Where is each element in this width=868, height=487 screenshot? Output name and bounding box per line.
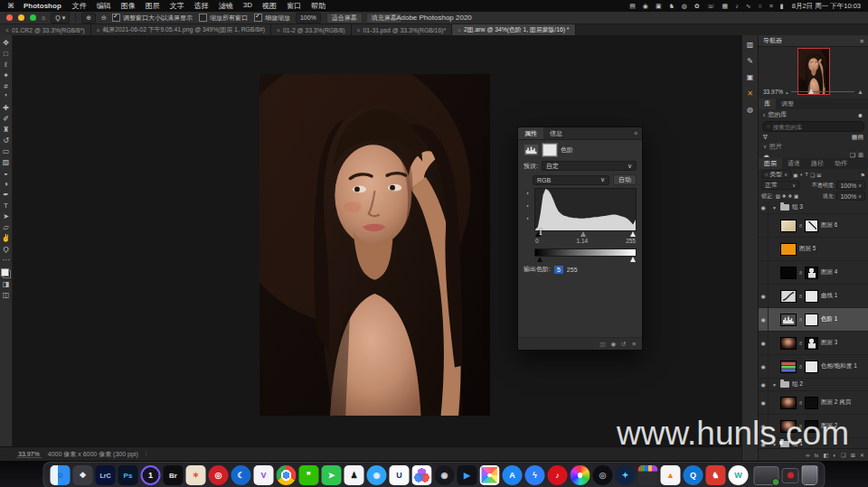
delete-layer-icon[interactable]: ✕ bbox=[860, 452, 864, 458]
display-icon[interactable]: ▤ bbox=[629, 3, 636, 10]
dock-netease-music[interactable]: ♪ bbox=[548, 465, 568, 485]
dock-w-app[interactable]: W bbox=[729, 465, 749, 485]
checkbox-icon[interactable] bbox=[112, 14, 120, 22]
layer-mask-thumbnail[interactable] bbox=[805, 337, 818, 350]
navigator-slider-thumb[interactable] bbox=[808, 89, 814, 94]
adjustment-icon-curves[interactable] bbox=[780, 290, 797, 303]
visibility-icon[interactable]: ◉ bbox=[610, 341, 616, 348]
menu-图像[interactable]: 图像 bbox=[121, 1, 136, 11]
adjustment-icon-levels[interactable] bbox=[780, 314, 797, 326]
collapsed-panel-close-icon[interactable]: ✕ bbox=[747, 89, 753, 98]
menu-滤镜[interactable]: 滤镜 bbox=[219, 1, 233, 11]
document-tab-1[interactable]: ×截屏2021-06-02 下午9.05.41.png @ 349%(图层 1,… bbox=[91, 24, 272, 35]
user-avatar-icon[interactable]: ☻ bbox=[857, 112, 863, 118]
dock-finder[interactable]: ☺ bbox=[51, 465, 71, 485]
dock-chrome[interactable] bbox=[277, 465, 297, 485]
dock-vlc[interactable]: ▲ bbox=[661, 465, 681, 485]
dock-baidu-netdisk[interactable]: ◉ bbox=[367, 465, 387, 485]
panel-menu-icon[interactable]: ≡ bbox=[860, 38, 863, 44]
layer-visibility-toggle[interactable] bbox=[759, 214, 769, 237]
dock-capture-one[interactable]: 1 bbox=[141, 465, 161, 485]
output-low-field[interactable]: 5 bbox=[554, 266, 563, 274]
dock-app-store[interactable]: A bbox=[503, 465, 523, 485]
input-source-icon[interactable]: ✿ bbox=[694, 3, 700, 10]
dock-lightning-app[interactable]: ϟ bbox=[525, 465, 545, 485]
layer-thumbnail[interactable] bbox=[780, 220, 797, 232]
history-brush-tool[interactable]: ↺ bbox=[3, 136, 9, 147]
volume-icon[interactable]: ♪ bbox=[735, 3, 739, 9]
shape-tool[interactable]: ▱ bbox=[3, 223, 8, 234]
eraser-tool[interactable]: ▭ bbox=[3, 147, 10, 158]
menu-帮助[interactable]: 帮助 bbox=[311, 1, 326, 11]
dock-wechat[interactable]: ❞ bbox=[299, 465, 319, 485]
blur-tool[interactable]: ◒ bbox=[4, 169, 8, 180]
layer-row-9[interactable]: ◉8图层 2 拷贝 bbox=[759, 391, 868, 415]
quick-mask-icon[interactable]: ◨ bbox=[3, 280, 10, 291]
collapsed-panel-columns-icon[interactable]: ▥ bbox=[747, 41, 754, 49]
menu-文件[interactable]: 文件 bbox=[72, 1, 87, 11]
healing-brush-tool[interactable]: ✚ bbox=[3, 104, 9, 115]
layer-mask-thumbnail[interactable] bbox=[805, 397, 818, 409]
windows-icon[interactable]: ▣ bbox=[656, 3, 662, 10]
pen-tool[interactable]: ✒ bbox=[3, 191, 9, 201]
battery-icon[interactable]: ▮ bbox=[780, 3, 784, 10]
panel-tab-路径[interactable]: 路径 bbox=[806, 158, 829, 169]
preset-select[interactable]: 自定 ∨ bbox=[542, 161, 637, 171]
library-name[interactable]: 您的库 bbox=[768, 110, 787, 119]
disclosure-triangle-icon[interactable]: ▼ bbox=[771, 382, 778, 388]
crop-tool[interactable]: # bbox=[4, 82, 7, 93]
phone-icon[interactable]: ☏ bbox=[707, 3, 715, 10]
output-black-slider[interactable] bbox=[537, 257, 542, 262]
output-high-field[interactable]: 255 bbox=[567, 267, 578, 273]
menu-编辑[interactable]: 编辑 bbox=[97, 1, 111, 11]
control-center-icon[interactable]: ≡ bbox=[769, 3, 773, 9]
mask-link-icon[interactable]: 8 bbox=[799, 317, 802, 323]
dock-minimized-window[interactable] bbox=[782, 468, 799, 483]
input-black-value[interactable]: 0 bbox=[535, 238, 539, 244]
reset-icon[interactable]: ↺ bbox=[621, 341, 626, 348]
layer-filter-icon-2[interactable]: T bbox=[805, 172, 808, 178]
dock-music-disc-app[interactable] bbox=[571, 465, 590, 485]
wifi-icon[interactable]: ∿ bbox=[746, 3, 751, 10]
layer-filter-icon-0[interactable]: ▣ bbox=[793, 172, 798, 178]
document-canvas-image[interactable] bbox=[259, 74, 490, 416]
dock-blue-moon-app[interactable]: ☾ bbox=[231, 465, 251, 485]
white-point-eyedropper[interactable]: ❜ bbox=[526, 217, 528, 224]
document-tab-4[interactable]: ×2图.arw @ 34%(色阶 1, 图层蒙版/16) * bbox=[452, 24, 575, 35]
dock-quicktime[interactable]: Q bbox=[684, 465, 703, 485]
blend-mode-select[interactable]: 正常 ∨ bbox=[761, 181, 799, 190]
quick-selection-tool[interactable]: ✦ bbox=[3, 71, 9, 82]
collapsed-panel-more-icon[interactable]: ◍ bbox=[747, 106, 753, 114]
mask-link-icon[interactable]: 8 bbox=[799, 400, 802, 406]
menu-图层[interactable]: 图层 bbox=[146, 1, 160, 11]
status-chevron-icon[interactable]: 〉 bbox=[145, 450, 151, 459]
add-mask-icon[interactable]: ◧ bbox=[823, 452, 828, 458]
menu-选择[interactable]: 选择 bbox=[194, 1, 209, 11]
panel-tab-动作[interactable]: 动作 bbox=[829, 158, 853, 169]
menu-文字[interactable]: 文字 bbox=[170, 1, 184, 11]
layer-row-7[interactable]: ◉8色相/饱和度 1 bbox=[759, 355, 868, 379]
panel-tab-属性[interactable]: 属性 bbox=[518, 127, 543, 139]
brush-tool[interactable]: ✐ bbox=[3, 115, 9, 126]
menu-窗口[interactable]: 窗口 bbox=[287, 1, 301, 11]
foreground-color-swatch[interactable] bbox=[1, 268, 9, 276]
lasso-tool[interactable]: ℓ bbox=[5, 61, 7, 71]
link-layers-icon[interactable]: ∞ bbox=[806, 452, 809, 458]
app-status-icon[interactable]: ♞ bbox=[669, 3, 675, 10]
eyedropper-tool[interactable]: ❜ bbox=[5, 93, 7, 104]
layer-visibility-toggle[interactable]: ◉ bbox=[759, 391, 769, 414]
dock-v-design-app[interactable]: V bbox=[254, 465, 274, 485]
fill-field[interactable]: 100% ∨ bbox=[836, 192, 865, 201]
layer-row-4[interactable]: ◉8曲线 1 bbox=[759, 285, 868, 308]
dock-lightroom-classic[interactable]: LrC bbox=[96, 465, 116, 485]
dock-launchpad[interactable]: ❖ bbox=[73, 465, 93, 485]
dock-green-arrow-app[interactable]: ➤ bbox=[322, 465, 342, 485]
layer-mask-thumbnail[interactable] bbox=[805, 314, 818, 326]
button-适合屏幕[interactable]: 适合屏幕 bbox=[326, 13, 363, 23]
layer-mask-thumbnail[interactable] bbox=[805, 290, 818, 303]
library-search-input[interactable] bbox=[773, 124, 845, 130]
checkbox-icon[interactable] bbox=[199, 14, 207, 22]
layer-visibility-toggle[interactable] bbox=[759, 261, 769, 284]
collapsed-panel-brush-icon[interactable]: ✎ bbox=[747, 57, 753, 65]
option-checkbox-0[interactable]: 调整窗口大小以满屏显示 bbox=[112, 14, 193, 23]
